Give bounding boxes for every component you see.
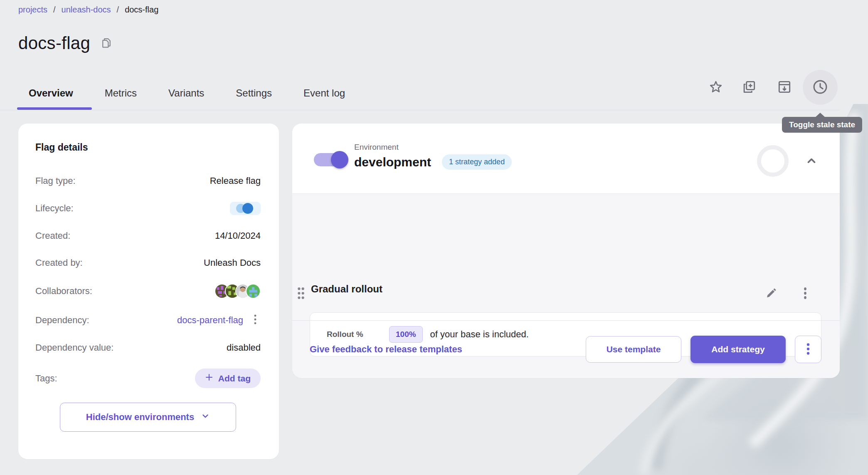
created-by-label: Created by: [35, 257, 83, 268]
breadcrumb-link-projects[interactable]: projects [18, 5, 47, 15]
dependency-link[interactable]: docs-parent-flag [177, 315, 243, 326]
tab-overview[interactable]: Overview [29, 87, 73, 99]
archive-icon [777, 79, 792, 96]
hide-show-environments-label: Hide/show environments [86, 412, 194, 423]
flag-details-card: Flag details Flag type: Release flag Lif… [18, 124, 279, 459]
copy-icon [100, 37, 113, 50]
drag-handle-icon[interactable] [296, 286, 306, 302]
title-row: docs-flag [18, 33, 113, 53]
page-title: docs-flag [18, 33, 90, 53]
avatar[interactable] [246, 284, 261, 299]
environment-header: Environment development 1 strategy added [292, 124, 840, 194]
dependency-value-value: disabled [227, 342, 261, 353]
strategy-name: Gradual rollout [311, 283, 382, 295]
breadcrumb-separator: / [53, 5, 56, 15]
collaborator-avatars [215, 284, 261, 299]
toggle-stale-button[interactable] [803, 70, 838, 105]
clock-icon [811, 78, 829, 97]
edit-strategy-button[interactable] [762, 285, 780, 303]
collaborators-row: Collaborators: [35, 284, 261, 299]
flag-type-label: Flag type: [35, 176, 76, 186]
tags-row: Tags: Add tag [35, 369, 261, 388]
created-by-row: Created by: Unleash Docs [35, 257, 261, 269]
tab-event-log[interactable]: Event log [303, 87, 345, 99]
dependency-menu-button[interactable] [250, 313, 261, 327]
environment-meta: Environment development 1 strategy added [354, 143, 512, 170]
archive-flag-button[interactable] [773, 76, 796, 99]
created-label: Created: [35, 230, 70, 241]
lifecycle-row: Lifecycle: [35, 202, 261, 215]
tags-label: Tags: [35, 373, 57, 384]
copy-plus-icon [741, 79, 757, 96]
environment-name: development [354, 155, 431, 169]
chevron-up-icon [805, 155, 818, 168]
favorite-button[interactable] [704, 76, 727, 99]
tooltip-text: Toggle stale state [789, 120, 855, 129]
chevron-down-icon [201, 411, 210, 423]
kebab-icon [800, 287, 810, 301]
breadcrumb-separator: / [117, 5, 119, 15]
strategy-section: Gradual rollout Rollout % 100% of your b… [292, 194, 840, 320]
toggle-knob [331, 151, 348, 168]
created-value: 14/10/2024 [215, 230, 261, 241]
strategy-count-badge: 1 strategy added [442, 154, 512, 170]
tab-divider [0, 110, 840, 110]
tooltip-arrow [815, 113, 825, 117]
add-tag-button[interactable]: Add tag [195, 369, 261, 388]
footer-actions: Use template Add strategy [586, 336, 821, 363]
plus-icon [205, 373, 213, 383]
breadcrumb-link-project[interactable]: unleash-docs [62, 5, 111, 15]
stale-state-tooltip: Toggle stale state [782, 117, 862, 133]
tab-settings[interactable]: Settings [236, 87, 272, 99]
kebab-icon [251, 314, 260, 326]
lifecycle-label: Lifecycle: [35, 203, 74, 214]
pencil-icon [765, 287, 777, 301]
environment-toggle[interactable] [314, 153, 347, 166]
flag-type-value: Release flag [210, 176, 261, 186]
breadcrumb-current: docs-flag [125, 5, 158, 15]
more-strategy-options-button[interactable] [795, 336, 821, 363]
dependency-value-row: Dependency value: disabled [35, 341, 261, 354]
created-row: Created: 14/10/2024 [35, 230, 261, 242]
tab-metrics[interactable]: Metrics [105, 87, 137, 99]
lifecycle-stage-badge[interactable] [230, 202, 261, 215]
kebab-icon [804, 343, 813, 356]
collaborators-label: Collaborators: [35, 286, 92, 297]
dependency-label: Dependency: [35, 315, 89, 326]
tab-bar: Overview Metrics Variants Settings Event… [29, 82, 345, 105]
collapse-environment-button[interactable] [802, 152, 821, 171]
tab-variants[interactable]: Variants [168, 87, 204, 99]
star-icon [708, 79, 723, 96]
release-templates-feedback-link[interactable]: Give feedback to release templates [310, 344, 462, 355]
environment-label: Environment [354, 143, 512, 152]
environment-footer: Give feedback to release templates Use t… [292, 320, 840, 378]
copy-flag-name-button[interactable] [100, 37, 113, 50]
dependency-row: Dependency: docs-parent-flag [35, 313, 261, 327]
add-tag-label: Add tag [218, 374, 251, 383]
lifecycle-stage-icon [242, 203, 253, 214]
flag-type-row: Flag type: Release flag [35, 175, 261, 187]
breadcrumb: projects / unleash-docs / docs-flag [18, 5, 158, 15]
flag-details-heading: Flag details [35, 142, 261, 153]
created-by-value: Unleash Docs [204, 257, 261, 268]
dependency-value-label: Dependency value: [35, 342, 113, 353]
flag-overview-page: projects / unleash-docs / docs-flag docs… [0, 0, 868, 475]
use-template-button[interactable]: Use template [586, 336, 681, 363]
strategy-menu-button[interactable] [796, 285, 814, 303]
add-strategy-button[interactable]: Add strategy [690, 336, 786, 363]
clone-flag-button[interactable] [737, 76, 761, 99]
hide-show-environments-button[interactable]: Hide/show environments [60, 403, 236, 432]
environment-card: Environment development 1 strategy added [292, 124, 840, 378]
metrics-ring [757, 145, 789, 177]
